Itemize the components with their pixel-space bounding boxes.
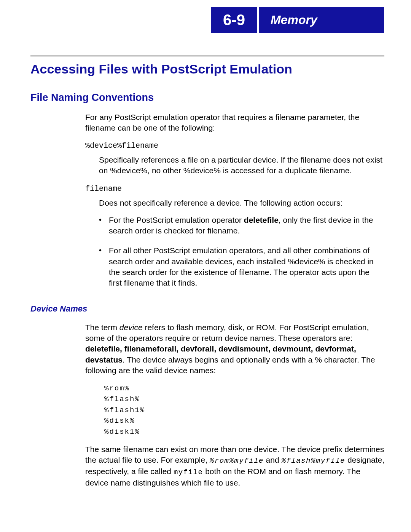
page-number-box: 6-9 [211, 7, 257, 33]
p1-ital: device [119, 323, 143, 332]
p2-mid1: and [264, 455, 282, 464]
page-content: Accessing Files with PostScript Emulatio… [30, 56, 384, 488]
p2-code2: %flash%myfile [281, 457, 345, 465]
bullet-deletefile: For the PostScript emulation operator de… [99, 215, 384, 236]
chapter-title: Memory [271, 13, 317, 27]
chapter-title-box: Memory [259, 7, 384, 33]
desc-filename: Does not specifically reference a device… [99, 198, 384, 208]
intro-paragraph: For any PostScript emulation operator th… [85, 112, 384, 134]
section-heading-file-naming: File Naming Conventions [30, 92, 384, 104]
section2-body: The term device refers to flash memory, … [85, 322, 384, 488]
horizontal-rule [30, 56, 384, 56]
bullet1-text-a: For the PostScript emulation operator [109, 216, 244, 224]
section1-body: For any PostScript emulation operator th… [85, 112, 384, 289]
page-number: 6-9 [223, 11, 245, 29]
p1-c: . The device always begins and optionall… [85, 355, 375, 375]
page-header: 6-9 Memory [211, 7, 411, 33]
p1-a: The term [85, 323, 119, 332]
page-title: Accessing Files with PostScript Emulatio… [30, 62, 384, 77]
device-names-paragraph1: The term device refers to flash memory, … [85, 322, 384, 376]
term-filename: filename [85, 184, 384, 194]
device-names-codeblock: %rom% %flash% %flash1% %disk% %disk1% [104, 383, 384, 438]
desc-device-filename: Specifically references a file on a part… [99, 155, 384, 176]
device-names-paragraph2: The same filename can exist on more than… [85, 444, 384, 488]
p2-code1: %rom%myfile [210, 457, 264, 465]
p2-code3: myfile [174, 468, 203, 476]
term-device-filename: %device%filename [85, 141, 384, 151]
filename-bullet-list: For the PostScript emulation operator de… [99, 215, 384, 289]
bullet-other-operators: For all other PostScript emulation opera… [99, 245, 384, 288]
bullet1-bold: deletefile [244, 216, 279, 224]
section-heading-device-names: Device Names [30, 304, 384, 314]
